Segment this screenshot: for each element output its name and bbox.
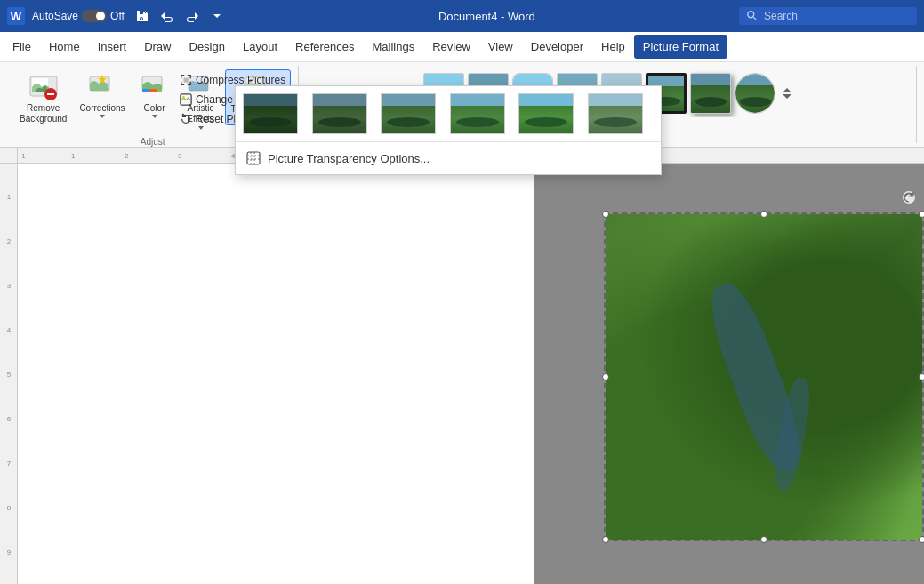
svg-text:9: 9 bbox=[7, 548, 12, 556]
transparency-preset-5[interactable] bbox=[518, 93, 574, 134]
image-content bbox=[606, 214, 922, 540]
svg-rect-10 bbox=[157, 89, 162, 92]
svg-rect-8 bbox=[142, 89, 149, 92]
remove-background-label: RemoveBackground bbox=[20, 103, 67, 124]
compress-label: Compress Pictures bbox=[196, 74, 285, 86]
remove-background-button[interactable]: RemoveBackground bbox=[14, 69, 72, 128]
menu-item-developer[interactable]: Developer bbox=[522, 35, 592, 59]
adjust-label: Adjust bbox=[141, 135, 165, 147]
svg-line-1 bbox=[753, 17, 756, 20]
transparency-preset-4[interactable] bbox=[450, 93, 505, 134]
search-icon bbox=[746, 10, 759, 22]
document-area: ·1· 1 2 3 4 5 6 7 8 9 10 ·11 1 2 3 bbox=[0, 148, 924, 584]
menu-item-mailings[interactable]: Mailings bbox=[364, 35, 424, 59]
svg-rect-9 bbox=[149, 89, 157, 92]
selected-image[interactable] bbox=[604, 212, 924, 541]
svg-text:2: 2 bbox=[125, 152, 129, 160]
transparency-preset-1[interactable] bbox=[243, 93, 298, 134]
svg-text:7: 7 bbox=[7, 460, 12, 468]
svg-rect-17 bbox=[247, 152, 260, 164]
svg-rect-14 bbox=[183, 77, 188, 82]
autosave-state: Off bbox=[110, 10, 125, 22]
picture-styles-scroll[interactable] bbox=[779, 84, 793, 102]
search-box[interactable] bbox=[739, 7, 917, 25]
menu-bar: File Home Insert Draw Design Layout Refe… bbox=[0, 32, 924, 62]
corrections-label: Corrections bbox=[79, 103, 125, 113]
menu-item-design[interactable]: Design bbox=[181, 35, 234, 59]
customize-button[interactable] bbox=[206, 7, 228, 25]
picture-transparency-options-button[interactable]: Picture Transparency Options... bbox=[236, 146, 661, 171]
compress-icon bbox=[180, 74, 192, 86]
svg-point-16 bbox=[182, 96, 185, 99]
handle-middle-left[interactable] bbox=[602, 373, 609, 380]
menu-item-layout[interactable]: Layout bbox=[234, 35, 286, 59]
transparency-options-icon bbox=[246, 151, 261, 165]
color-dropdown-icon bbox=[151, 113, 158, 120]
transparency-dropdown: Picture Transparency Options... bbox=[235, 85, 662, 175]
transparency-preset-2[interactable] bbox=[312, 93, 367, 134]
transparency-preset-6[interactable] bbox=[588, 93, 643, 134]
svg-text:1: 1 bbox=[7, 193, 12, 201]
ruler-vertical: 1 2 3 4 5 6 7 8 9 10 bbox=[0, 164, 18, 584]
change-picture-icon bbox=[180, 93, 192, 106]
autosave-label: AutoSave bbox=[32, 10, 78, 22]
remove-background-icon bbox=[29, 73, 58, 101]
svg-text:8: 8 bbox=[7, 504, 12, 512]
picture-style-8[interactable] bbox=[735, 73, 775, 114]
redo-button[interactable] bbox=[181, 7, 203, 25]
quick-access-toolbar bbox=[132, 7, 228, 25]
transparency-presets bbox=[236, 86, 661, 142]
menu-item-file[interactable]: File bbox=[4, 35, 40, 59]
save-button[interactable] bbox=[132, 7, 153, 25]
svg-text:4: 4 bbox=[7, 326, 12, 334]
menu-item-view[interactable]: View bbox=[479, 35, 522, 59]
color-label: Color bbox=[144, 103, 165, 113]
menu-item-draw[interactable]: Draw bbox=[135, 35, 180, 59]
transparency-preset-3[interactable] bbox=[381, 93, 436, 134]
handle-top-center[interactable] bbox=[760, 211, 767, 218]
menu-item-insert[interactable]: Insert bbox=[89, 35, 136, 59]
menu-item-references[interactable]: References bbox=[286, 35, 363, 59]
menu-item-home[interactable]: Home bbox=[40, 35, 89, 59]
svg-text:3: 3 bbox=[178, 152, 182, 160]
handle-bottom-left[interactable] bbox=[602, 536, 609, 543]
rotate-icon bbox=[904, 192, 914, 203]
svg-text:·1·: ·1· bbox=[20, 152, 28, 160]
ruler-corner bbox=[0, 148, 18, 164]
svg-text:6: 6 bbox=[7, 415, 12, 423]
document-title: Document4 - Word bbox=[242, 10, 732, 23]
title-bar: W AutoSave Off Document4 - Word bbox=[0, 0, 924, 32]
undo-button[interactable] bbox=[157, 7, 178, 25]
word-logo: W bbox=[7, 7, 25, 25]
handle-top-left[interactable] bbox=[602, 211, 609, 218]
menu-item-review[interactable]: Review bbox=[423, 35, 479, 59]
svg-text:1: 1 bbox=[71, 152, 76, 160]
svg-text:5: 5 bbox=[7, 371, 12, 379]
reset-icon bbox=[180, 113, 192, 125]
picture-style-7[interactable] bbox=[690, 73, 731, 114]
corrections-button[interactable]: Corrections bbox=[74, 69, 130, 124]
handle-middle-right[interactable] bbox=[919, 373, 924, 380]
autosave-toggle[interactable]: AutoSave Off bbox=[32, 10, 125, 22]
ruler-v-svg: 1 2 3 4 5 6 7 8 9 10 bbox=[0, 164, 18, 584]
scroll-down-icon[interactable] bbox=[783, 94, 791, 99]
page-canvas bbox=[18, 164, 924, 584]
color-button[interactable]: Color bbox=[133, 69, 177, 124]
corrections-dropdown-icon bbox=[99, 113, 106, 120]
toggle-knob bbox=[96, 12, 105, 20]
menu-item-help[interactable]: Help bbox=[592, 35, 634, 59]
document-page bbox=[18, 164, 534, 584]
handle-bottom-right[interactable] bbox=[919, 536, 924, 543]
svg-text:2: 2 bbox=[7, 237, 12, 245]
main-content: 1 2 3 4 5 6 7 8 9 10 bbox=[0, 164, 924, 584]
dropdown-options: Picture Transparency Options... bbox=[236, 142, 661, 174]
handle-bottom-center[interactable] bbox=[760, 536, 767, 543]
rotate-handle[interactable] bbox=[901, 189, 917, 205]
menu-item-picture-format[interactable]: Picture Format bbox=[634, 35, 727, 59]
autosave-toggle-switch[interactable] bbox=[82, 10, 107, 22]
corrections-icon bbox=[88, 73, 117, 101]
scroll-up-icon[interactable] bbox=[783, 88, 791, 92]
handle-top-right[interactable] bbox=[919, 211, 924, 218]
search-input[interactable] bbox=[764, 10, 897, 22]
transparency-options-label: Picture Transparency Options... bbox=[268, 152, 430, 165]
